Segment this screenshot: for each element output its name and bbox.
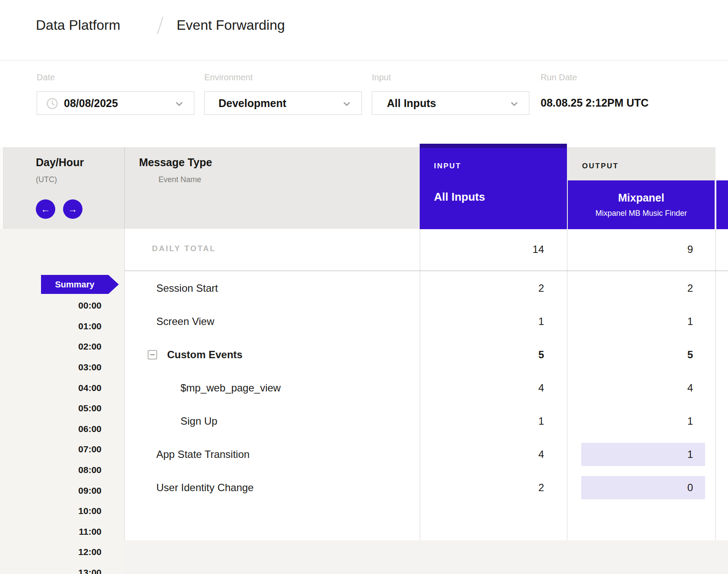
row-label-custom-events: Custom Events (167, 348, 243, 362)
breadcrumb-section[interactable]: Data Platform (36, 17, 120, 33)
hour-row-08[interactable]: 08:00 (0, 465, 101, 475)
message-type-header: Message Type (139, 156, 212, 169)
environment-filter-label: Environment (204, 73, 253, 82)
footer-band (124, 540, 728, 574)
row-output-value: 5 (607, 348, 693, 362)
hour-row-12[interactable]: 12:00 (0, 547, 101, 557)
daily-total-input-value: 14 (458, 243, 544, 256)
row-label-user-identity-change: User Identity Change (156, 481, 253, 495)
hour-row-11[interactable]: 11:00 (0, 527, 101, 537)
environment-value: Development (218, 97, 286, 110)
input-dropdown[interactable]: All Inputs (372, 91, 529, 115)
event-name-subtitle: Event Name (158, 175, 201, 184)
previous-day-button[interactable]: ← (36, 199, 55, 219)
daily-total-output-value: 9 (607, 243, 693, 256)
day-hour-subtitle: (UTC) (36, 175, 57, 184)
output-column-subtitle: Mixpanel MB Music Finder (568, 209, 715, 218)
hour-row-01[interactable]: 01:00 (0, 321, 101, 331)
input-filter-label: Input (372, 73, 391, 82)
day-hour-header: Day/Hour (36, 156, 84, 169)
hour-row-03[interactable]: 03:00 (0, 362, 101, 372)
row-output-value: 2 (607, 281, 693, 295)
chevron-down-icon (176, 101, 183, 107)
chevron-down-icon (343, 101, 350, 107)
hour-row-05[interactable]: 05:00 (0, 403, 101, 413)
row-output-value: 1 (607, 315, 693, 328)
chevron-down-icon (511, 101, 518, 107)
row-input-value: 1 (458, 414, 544, 428)
header-column-divider (124, 147, 125, 229)
row-label-app-state-transition: App State Transition (156, 448, 250, 461)
hour-row-06[interactable]: 06:00 (0, 424, 101, 434)
arrow-right-icon: → (68, 204, 78, 215)
row-output-value: 0 (607, 481, 693, 495)
row-input-value: 2 (458, 281, 544, 295)
arrow-left-icon: ← (41, 204, 51, 215)
environment-dropdown[interactable]: Development (204, 91, 362, 115)
hour-row-00[interactable]: 00:00 (0, 300, 101, 311)
sidebar-divider (124, 229, 125, 540)
collapse-custom-events-button[interactable] (148, 350, 157, 360)
hour-row-04[interactable]: 04:00 (0, 383, 101, 393)
hour-row-10[interactable]: 10:00 (0, 506, 101, 516)
row-output-value: 4 (607, 381, 693, 395)
minus-icon (150, 354, 155, 355)
date-filter-label: Date (37, 73, 55, 82)
top-bar: Data Platform Event Forwarding (0, 0, 728, 60)
grid-line (420, 229, 420, 540)
input-column-header[interactable]: INPUT All Inputs (420, 144, 567, 229)
grid-line (567, 229, 567, 540)
row-label-session-start: Session Start (156, 281, 218, 295)
output-group-label: OUTPUT (582, 162, 619, 170)
input-group-label: INPUT (434, 162, 462, 170)
breadcrumb-page-title: Event Forwarding (177, 17, 285, 33)
output-column-header[interactable]: Mixpanel Mixpanel MB Music Finder (568, 180, 715, 229)
run-date-value: 08.08.25 2:12PM UTC (541, 97, 649, 109)
output-column-name: Mixpanel (568, 192, 715, 204)
date-value: 08/08/2025 (64, 97, 118, 110)
grid-line (715, 229, 716, 540)
summary-badge[interactable]: Summary (41, 275, 108, 294)
row-output-value: 1 (607, 414, 693, 428)
row-input-value: 4 (458, 381, 544, 395)
row-label-screen-view: Screen View (156, 315, 214, 328)
hour-row-02[interactable]: 02:00 (0, 341, 101, 352)
row-input-value: 2 (458, 481, 544, 495)
input-column-top-strip (420, 144, 567, 148)
breadcrumb-separator (157, 17, 164, 35)
daily-total-divider (124, 271, 728, 271)
daily-total-label: DAILY TOTAL (152, 244, 216, 253)
summary-badge-arrow (108, 275, 119, 294)
row-input-value: 4 (458, 448, 544, 461)
row-label-sign-up: Sign Up (180, 414, 217, 428)
row-input-value: 5 (458, 348, 544, 362)
row-label-mp-web-page-view: $mp_web_page_view (180, 381, 281, 395)
input-column-name: All Inputs (434, 190, 485, 204)
row-input-value: 1 (458, 315, 544, 328)
row-output-value: 1 (607, 448, 693, 461)
next-day-button[interactable]: → (63, 199, 82, 219)
clock-icon (47, 98, 58, 109)
run-date-label: Run Date (541, 73, 577, 82)
input-value: All Inputs (387, 97, 436, 110)
hour-row-13[interactable]: 13:00 (0, 568, 101, 574)
output-column-partial[interactable] (716, 180, 728, 229)
hour-row-09[interactable]: 09:00 (0, 486, 101, 496)
date-dropdown[interactable]: 08/08/2025 (37, 91, 194, 115)
hour-row-07[interactable]: 07:00 (0, 444, 101, 454)
event-forwarding-page: Data Platform Event Forwarding Date Envi… (0, 0, 728, 574)
